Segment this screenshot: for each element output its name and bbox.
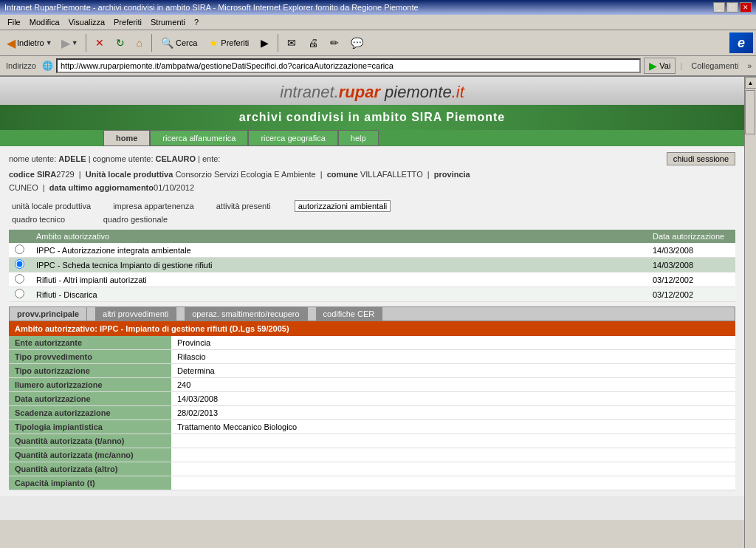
- detail-label-3: Ilumero autorizzazione: [9, 378, 171, 392]
- link-ulp[interactable]: unità locale produttiva: [9, 200, 94, 212]
- search-label: Cerca: [176, 38, 197, 47]
- cognome-label: | cognome utente:: [89, 154, 156, 163]
- main-layout: intranet.rupar piemonte.it archivi condi…: [0, 77, 756, 548]
- expand-icon[interactable]: »: [746, 62, 753, 70]
- minimize-button[interactable]: _: [713, 2, 725, 13]
- auth-table: Ambito autorizzativo Data autorizzazione…: [9, 230, 735, 302]
- radio-3[interactable]: [15, 289, 24, 298]
- links-row: unità locale produttiva impresa apparten…: [9, 200, 735, 212]
- tab-home[interactable]: home: [103, 130, 150, 146]
- address-input[interactable]: [56, 58, 641, 73]
- links-separator-2: [203, 200, 207, 212]
- nav-tabs: home ricerca alfanumerica ricerca geogra…: [0, 130, 744, 146]
- menu-strumenti[interactable]: Strumenti: [146, 16, 190, 28]
- scroll-up-button[interactable]: ▲: [745, 77, 757, 89]
- back-label: Indietro: [17, 38, 44, 47]
- radio-cell-2[interactable]: [9, 273, 30, 287]
- codice-sira-label: codice SIRA: [9, 170, 56, 179]
- radio-1[interactable]: [15, 259, 24, 269]
- close-button[interactable]: ✕: [740, 2, 752, 13]
- favorites-button[interactable]: ★ Preferiti: [204, 35, 254, 51]
- provv-tab-principale[interactable]: provv.principale: [10, 307, 87, 321]
- stop-button[interactable]: ✕: [90, 35, 109, 51]
- auth-table-row[interactable]: Rifiuti - Altri impianti autorizzati 03/…: [9, 273, 735, 287]
- auth-dropdown[interactable]: autorizzazioni ambientali: [295, 200, 391, 212]
- home-icon: ⌂: [137, 37, 142, 49]
- vertical-scrollbar[interactable]: ▲ ▼: [744, 77, 756, 548]
- sira-info: codice SIRA2729 | Unità locale produttiv…: [9, 168, 735, 194]
- mail-button[interactable]: ✉: [282, 35, 301, 51]
- detail-value-10: [171, 476, 735, 490]
- close-session-button[interactable]: chiudi sessione: [667, 152, 735, 165]
- provv-tab-operaz[interactable]: operaz. smaltimento/recupero: [185, 307, 308, 321]
- detail-label-2: Tipo autorizzazione: [9, 364, 171, 378]
- maximize-button[interactable]: □: [726, 2, 738, 13]
- nome-label: nome utente:: [9, 154, 58, 163]
- link-quadro-gestionale[interactable]: quadro gestionale: [100, 213, 171, 225]
- home-button[interactable]: ⌂: [131, 35, 148, 51]
- intranet-logo-area: intranet.rupar piemonte.it: [0, 77, 744, 105]
- back-dropdown-arrow[interactable]: ▼: [46, 39, 52, 47]
- detail-value-8: [171, 448, 735, 462]
- forward-button[interactable]: ▶ ▼: [58, 34, 82, 52]
- detail-value-0: Provincia: [171, 336, 735, 350]
- menu-visualizza[interactable]: Visualizza: [64, 16, 109, 28]
- media-button[interactable]: ▶: [255, 35, 274, 51]
- provv-tab-codifiche[interactable]: codifiche CER: [316, 307, 383, 321]
- forward-dropdown-arrow[interactable]: ▼: [72, 39, 78, 47]
- detail-table-row: Tipo autorizzazione Determina: [9, 364, 735, 378]
- refresh-button[interactable]: ↻: [111, 35, 130, 51]
- auth-table-row[interactable]: IPPC - Scheda tecnica Impianto di gestio…: [9, 258, 735, 273]
- discuss-button[interactable]: 💬: [346, 35, 368, 51]
- address-label: Indirizzo: [3, 61, 39, 70]
- radio-0[interactable]: [15, 244, 24, 254]
- detail-table-row: Tipologia impiantistica Trattamento Mecc…: [9, 420, 735, 434]
- link-quadro-tecnico[interactable]: quadro tecnico: [9, 213, 68, 225]
- go-arrow-icon: ▶: [649, 60, 657, 72]
- tab-ricerca-alfanumerica[interactable]: ricerca alfanumerica: [150, 130, 248, 146]
- detail-table-row: Quantità autorizzata (t/anno): [9, 434, 735, 448]
- tab-help[interactable]: help: [338, 130, 379, 146]
- window-controls[interactable]: _ □ ✕: [713, 2, 752, 13]
- detail-value-9: [171, 462, 735, 476]
- data-cell-1: 14/03/2008: [647, 258, 735, 273]
- scroll-thumb[interactable]: [745, 90, 755, 134]
- detail-label-1: Tipo provvedimento: [9, 350, 171, 364]
- data-cell-0: 14/03/2008: [647, 243, 735, 258]
- provv-tab-altri[interactable]: altri provvedimenti: [95, 307, 176, 321]
- auth-table-row[interactable]: Rifiuti - Discarica 03/12/2002: [9, 287, 735, 302]
- detail-label-5: Scadenza autorizzazione: [9, 406, 171, 420]
- menu-modifica[interactable]: Modifica: [25, 16, 64, 28]
- go-button[interactable]: ▶ Vai: [644, 58, 676, 74]
- media-icon: ▶: [261, 37, 269, 49]
- menu-help[interactable]: ?: [190, 16, 203, 28]
- menu-bar: File Modifica Visualizza Preferiti Strum…: [0, 15, 756, 30]
- scroll-track[interactable]: [745, 89, 756, 548]
- tab-ricerca-geografica[interactable]: ricerca geografica: [248, 130, 337, 146]
- links-button[interactable]: Collegamenti: [687, 61, 743, 71]
- col-ambito: Ambito autorizzativo: [30, 230, 647, 243]
- radio-cell-3[interactable]: [9, 287, 30, 302]
- link-impresa[interactable]: impresa appartenenza: [110, 200, 196, 212]
- back-button-group[interactable]: ◀ Indietro ▼: [3, 34, 56, 52]
- menu-preferiti[interactable]: Preferiti: [109, 16, 146, 28]
- back-button[interactable]: ◀ Indietro ▼: [3, 34, 56, 52]
- print-button[interactable]: 🖨: [303, 35, 323, 51]
- search-button[interactable]: 🔍 Cerca: [156, 35, 202, 51]
- links-row-2: quadro tecnico quadro gestionale: [9, 213, 735, 225]
- auth-table-row[interactable]: IPPC - Autorizzazione integrata ambienta…: [9, 243, 735, 258]
- detail-value-6: Trattamento Meccanico Biologico: [171, 420, 735, 434]
- radio-cell-0[interactable]: [9, 243, 30, 258]
- link-attivita[interactable]: attività presenti: [213, 200, 274, 212]
- ente-label: | ente:: [198, 154, 220, 163]
- detail-label-6: Tipologia impiantistica: [9, 420, 171, 434]
- edit-button[interactable]: ✏: [325, 35, 344, 51]
- radio-cell-1[interactable]: [9, 258, 30, 273]
- provincia-label: provincia: [434, 170, 470, 179]
- detail-label-0: Ente autorizzante: [9, 336, 171, 350]
- detail-label-4: Data autorizzazione: [9, 392, 171, 406]
- radio-2[interactable]: [15, 274, 24, 284]
- favorites-label: Preferiti: [221, 38, 249, 47]
- edit-icon: ✏: [330, 37, 339, 49]
- menu-file[interactable]: File: [3, 16, 25, 28]
